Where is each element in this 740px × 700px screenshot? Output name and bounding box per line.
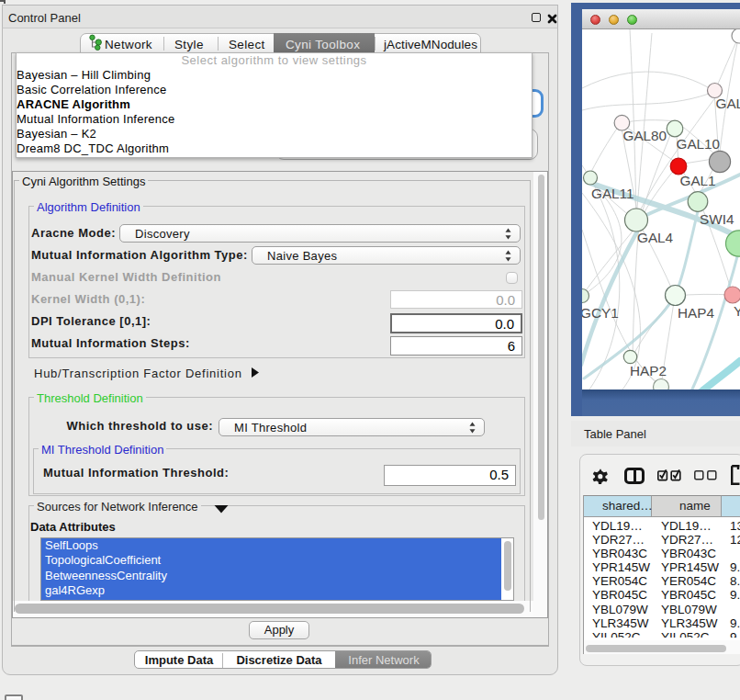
svg-text:HAP4: HAP4: [678, 305, 714, 321]
svg-text:GAL10: GAL10: [677, 136, 721, 152]
svg-text:GCY1: GCY1: [582, 305, 619, 321]
svg-text:HAP2: HAP2: [630, 363, 667, 378]
svg-text:YJ: YJ: [734, 303, 740, 319]
svg-text:GAL4: GAL4: [637, 230, 674, 245]
svg-text:GAL7: GAL7: [716, 96, 740, 111]
svg-text:GAL80: GAL80: [623, 128, 667, 143]
svg-text:GAL11: GAL11: [591, 186, 634, 201]
svg-text:GAL1: GAL1: [680, 173, 716, 188]
svg-text:SWI4: SWI4: [700, 211, 734, 227]
